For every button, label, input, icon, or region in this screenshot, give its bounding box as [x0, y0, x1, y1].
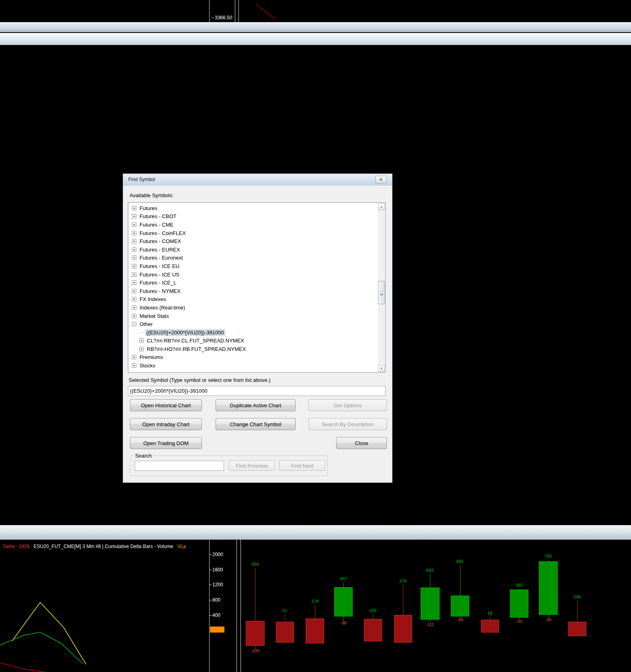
- delta-bar: [421, 587, 440, 620]
- tree-item[interactable]: +Futures - CME: [130, 221, 378, 229]
- expand-icon[interactable]: +: [132, 363, 136, 368]
- tree-item-label: Futures - CME: [138, 221, 175, 228]
- min-delta-label: -111: [418, 622, 442, 627]
- delta-bar-wick: [490, 617, 490, 620]
- expand-icon[interactable]: +: [132, 247, 136, 252]
- axis-label: 1600: [210, 567, 223, 573]
- delta-readout: Delta: -1426: [3, 544, 29, 549]
- symbol-listbox[interactable]: +Futures+Futures - CBOT+Futures - CME+Fu…: [128, 202, 386, 373]
- axis-label: 1200: [210, 582, 223, 587]
- window-splitter[interactable]: [236, 540, 241, 672]
- tree-item[interactable]: +Futures - CoinFLEX: [130, 229, 378, 237]
- tree-item[interactable]: −Other: [130, 320, 378, 328]
- tree-item[interactable]: +Futures - CBOT: [130, 212, 378, 221]
- find-previous-button[interactable]: Find Previous: [228, 460, 275, 471]
- tree-item[interactable]: +Futures - ICE EU: [130, 262, 378, 270]
- delta-bar: [539, 561, 558, 615]
- max-delta-label: 457: [331, 576, 356, 581]
- expand-icon[interactable]: +: [132, 289, 136, 293]
- expand-icon[interactable]: +: [132, 206, 136, 210]
- max-delta-label: 563: [418, 568, 442, 573]
- max-delta-label: 383: [507, 583, 531, 587]
- expand-icon[interactable]: +: [132, 272, 136, 277]
- tree-item[interactable]: +Futures - ICE_L: [130, 278, 378, 287]
- chart-title: ESU20_FUT_CME[M] 3 Min #8 | Cumulative D…: [33, 544, 173, 549]
- expand-icon[interactable]: +: [132, 214, 136, 219]
- tree-item[interactable]: +Futures - EUREX: [130, 245, 378, 254]
- delta-bar-wick: [403, 585, 403, 615]
- dialog-titlebar[interactable]: Find Symbol ✕: [123, 174, 392, 186]
- expand-icon[interactable]: +: [132, 223, 136, 227]
- open-intraday-chart-button[interactable]: Open Intraday Chart: [130, 418, 202, 430]
- tree-item[interactable]: +Futures - COMEX: [130, 237, 378, 245]
- expand-icon[interactable]: +: [139, 347, 144, 351]
- price-axis-line: [209, 0, 210, 22]
- scrollbar-thumb[interactable]: [378, 281, 385, 304]
- symbol-tree: +Futures+Futures - CBOT+Futures - CME+Fu…: [128, 203, 378, 372]
- tree-item[interactable]: +FX Indexes: [130, 295, 378, 304]
- scroll-down-icon[interactable]: ▼: [378, 365, 385, 372]
- tree-item[interactable]: +RB?##-HO?##.RB.FUT_SPREAD.NYMEX: [130, 345, 378, 353]
- delta-bar: [246, 621, 265, 646]
- expand-icon[interactable]: +: [132, 231, 136, 235]
- max-delta-label: 681: [448, 559, 472, 564]
- tree-item[interactable]: +Stocks: [130, 361, 378, 370]
- expand-icon[interactable]: +: [132, 239, 136, 243]
- tree-item[interactable]: +Premiums: [130, 353, 378, 362]
- expand-icon[interactable]: +: [132, 264, 136, 268]
- delta-bar: [451, 596, 469, 616]
- get-options-button[interactable]: Get Options: [308, 399, 387, 411]
- open-historical-chart-button[interactable]: Open Historical Chart: [130, 399, 202, 411]
- search-group-label: Search: [134, 453, 153, 459]
- window-chrome-bar: [0, 22, 631, 32]
- tree-item[interactable]: +CL?##-RB?##.CL.FUT_SPREAD.NYMEX: [130, 337, 378, 345]
- tree-item[interactable]: +Futures - Euronext: [130, 254, 378, 262]
- tree-item-label: Stocks: [138, 362, 156, 369]
- window-splitter[interactable]: [235, 0, 239, 22]
- tree-item-label: Indexes (Real-time): [138, 304, 186, 311]
- tree-item[interactable]: +Futures - NYMEX: [130, 287, 378, 295]
- expand-icon[interactable]: +: [132, 305, 136, 310]
- expand-icon[interactable]: +: [132, 256, 136, 260]
- tree-item-label: Futures - ICE_L: [138, 279, 178, 286]
- tree-item[interactable]: +Futures: [130, 204, 378, 212]
- tree-item-label: Futures - ICE US: [138, 271, 181, 278]
- min-delta-label: -68: [448, 617, 472, 622]
- min-delta-label: -98: [331, 620, 356, 625]
- left-chart-lines: [0, 540, 209, 672]
- chart-status-row: Delta: -1426ESU20_FUT_CME[M] 3 Min #8 | …: [3, 544, 186, 549]
- tree-item[interactable]: +Indexes (Real-time): [130, 303, 378, 312]
- tree-item-label: Futures - CoinFLEX: [138, 230, 187, 237]
- symbol-input[interactable]: [128, 386, 386, 396]
- close-button[interactable]: Close: [336, 437, 387, 449]
- tree-item-label: Premiums: [138, 354, 164, 361]
- listbox-scrollbar[interactable]: ▲ ▼: [378, 203, 385, 372]
- find-next-button[interactable]: Find Next: [279, 460, 325, 471]
- collapse-icon[interactable]: −: [132, 322, 136, 326]
- expand-icon[interactable]: +: [132, 355, 136, 359]
- tree-item[interactable]: +Market Stats: [130, 312, 378, 320]
- tree-item[interactable]: +Futures - ICE US: [130, 270, 378, 279]
- top-chart-strip: 3366.50: [0, 0, 631, 22]
- open-trading-dom-button[interactable]: Open Trading DOM: [130, 437, 202, 449]
- dialog-title: Find Symbol: [128, 174, 155, 185]
- max-delta-label: 174: [303, 599, 327, 604]
- max-delta-label: 745: [536, 554, 560, 559]
- search-by-description-button[interactable]: Search By Description: [308, 418, 387, 430]
- tree-item-label: Other: [138, 321, 154, 328]
- search-input[interactable]: [135, 461, 224, 471]
- expand-icon[interactable]: +: [132, 297, 136, 301]
- expand-icon[interactable]: +: [132, 280, 136, 285]
- tree-item-label: Futures: [138, 205, 158, 212]
- duplicate-active-chart-button[interactable]: Duplicate Active Chart: [216, 399, 296, 411]
- expand-icon[interactable]: +: [139, 338, 144, 343]
- tree-item-label: ({ESU20}+2000*{VIU20})-391000: [145, 329, 225, 336]
- change-chart-symbol-button[interactable]: Change Chart Symbol: [216, 418, 296, 430]
- selected-symbol-label: Selected Symbol (Type symbol or select o…: [129, 377, 271, 383]
- axis-tick: [212, 18, 214, 18]
- close-icon[interactable]: ✕: [375, 176, 386, 183]
- scroll-up-icon[interactable]: ▲: [378, 203, 385, 210]
- tree-item[interactable]: ({ESU20}+2000*{VIU20})-391000: [130, 328, 378, 337]
- expand-icon[interactable]: +: [132, 314, 136, 318]
- study-label: VLa: [177, 544, 186, 549]
